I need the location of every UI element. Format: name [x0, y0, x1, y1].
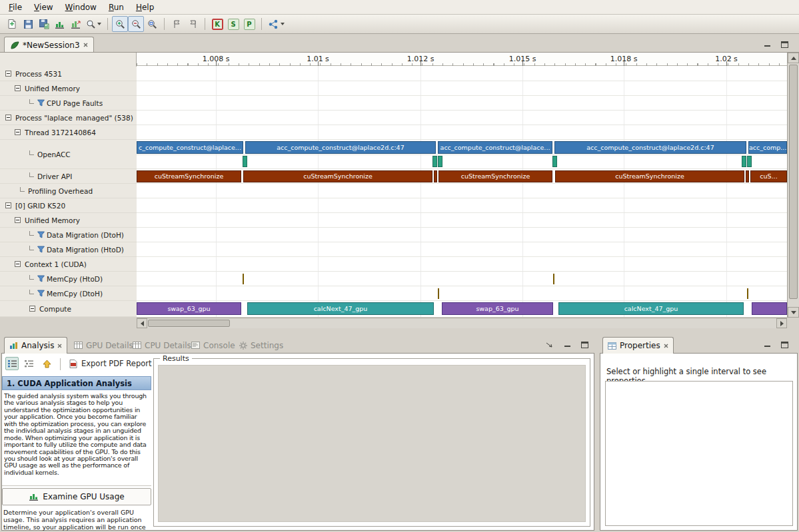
horizontal-scroll-thumb[interactable] [148, 320, 230, 327]
collapse-icon[interactable] [15, 261, 21, 267]
tab-settings[interactable]: Settings [235, 337, 288, 354]
tab-cpu-details[interactable]: CPU Details [128, 337, 196, 354]
filter-funnel-icon[interactable] [37, 246, 45, 253]
collapse-icon[interactable] [15, 217, 21, 223]
tree-row-unified-memory[interactable]: Unified Memory [0, 81, 137, 96]
save-session-icon[interactable] [20, 16, 36, 32]
openacc-interval-bar[interactable]: acc_compute_construct@laplace... [438, 141, 552, 154]
menu-window[interactable]: Window [59, 1, 103, 13]
zoom-in-icon[interactable] [112, 16, 128, 32]
export-pdf-button[interactable]: Export PDF Report [65, 358, 155, 370]
guided-view-toggle[interactable] [5, 357, 19, 370]
view-menu-icon[interactable] [543, 340, 555, 350]
scroll-down-button[interactable] [788, 307, 799, 318]
unguided-view-toggle[interactable] [22, 357, 35, 370]
tree-row-data-migration-dtoh[interactable]: Data Migration (DtoH) [0, 228, 137, 242]
openacc-interval-bar[interactable]: acc_compute_construct@laplace2d.c:47 [554, 141, 746, 154]
tree-row-process-laplace[interactable]: Process "laplace_managed" (538) [0, 111, 137, 125]
filter-funnel-icon[interactable] [37, 290, 45, 297]
openacc-interval-bar[interactable]: c_compute_construct@laplace... [137, 141, 243, 154]
tree-row-data-migration-htod[interactable]: Data Migration (HtoD) [0, 242, 137, 257]
collapse-icon[interactable] [29, 306, 35, 312]
menu-file[interactable]: File [3, 1, 28, 13]
tab-console[interactable]: Console [187, 337, 240, 354]
zoom-out-icon[interactable] [128, 16, 144, 32]
openacc-marker[interactable] [438, 156, 442, 167]
kernel-interval-bar[interactable]: swap_63_gpu [442, 302, 553, 315]
kernel-toggle[interactable]: K [209, 16, 225, 32]
driver-interval-bar[interactable]: cuStreamSynchronize [555, 170, 744, 182]
profile-chart-icon[interactable] [52, 16, 68, 32]
pc-sampling-toggle[interactable]: P [241, 16, 257, 32]
close-icon[interactable] [57, 344, 62, 348]
tree-row-unified-memory-gpu[interactable]: Unified Memory [0, 213, 137, 228]
minimize-button[interactable] [562, 340, 574, 350]
tree-row-driver-api[interactable]: Driver API [0, 169, 137, 184]
close-icon[interactable] [664, 344, 668, 348]
collapse-icon[interactable] [5, 115, 11, 121]
driver-interval-bar[interactable] [434, 170, 437, 182]
driver-interval-bar[interactable]: cuStreamSynchronize [137, 170, 241, 182]
openacc-interval-bar[interactable]: acc_compute_construct@laplace2d.c:47 [245, 141, 436, 154]
tab-analysis[interactable]: Analysis [4, 337, 67, 354]
driver-interval-bar[interactable]: cuStreamSynchronize [243, 170, 432, 182]
close-icon[interactable] [83, 43, 88, 47]
tree-row-profiling-overhead[interactable]: Profiling Overhead [0, 184, 137, 198]
menu-view[interactable]: View [28, 1, 59, 13]
memcpy-htod-tick[interactable] [553, 274, 554, 284]
driver-interval-bar[interactable]: cuS... [750, 170, 787, 182]
kernel-interval-bar[interactable]: swap_63_gpu [137, 302, 241, 315]
driver-interval-bar[interactable]: cuStreamSynchronize [438, 170, 552, 182]
vertical-scrollbar[interactable] [787, 53, 799, 318]
collapse-icon[interactable] [5, 202, 11, 208]
maximize-button[interactable] [778, 39, 790, 49]
tree-row-cpu-page-faults[interactable]: CPU Page Faults [0, 96, 137, 111]
new-session-icon[interactable] [4, 16, 20, 32]
tree-row-context-cuda[interactable]: Context 1 (CUDA) [0, 257, 137, 272]
scroll-left-button[interactable] [137, 318, 147, 328]
filter-funnel-icon[interactable] [37, 99, 45, 107]
tree-row-grid-k520[interactable]: [0] GRID K520 [0, 198, 137, 213]
source-toggle[interactable]: S [225, 16, 241, 32]
maximize-button[interactable] [778, 340, 790, 350]
menu-help[interactable]: Help [130, 1, 160, 13]
scroll-right-button[interactable] [776, 318, 787, 328]
tree-row-compute[interactable]: Compute [0, 301, 137, 317]
guided-analysis-icon[interactable] [266, 16, 287, 32]
tab-properties[interactable]: Properties [602, 337, 674, 354]
timeline-canvas[interactable] [137, 66, 787, 317]
openacc-marker[interactable] [552, 156, 557, 167]
tree-row-process-4531[interactable]: Process 4531 [0, 67, 137, 81]
driver-interval-bar[interactable] [746, 170, 749, 182]
minimize-button[interactable] [762, 340, 774, 350]
horizontal-scrollbar[interactable] [137, 318, 787, 328]
save-all-icon[interactable] [36, 16, 52, 32]
session-tab[interactable]: *NewSession3 [4, 37, 94, 53]
collapse-icon[interactable] [15, 129, 21, 135]
tree-row-memcpy-htod[interactable]: MemCpy (HtoD) [0, 272, 137, 286]
scroll-up-button[interactable] [788, 53, 799, 63]
openacc-marker[interactable] [747, 156, 752, 167]
menu-run[interactable]: Run [103, 1, 130, 13]
collapse-icon[interactable] [5, 71, 11, 77]
examine-gpu-button[interactable]: Examine GPU Usage [2, 488, 151, 505]
filter-funnel-icon[interactable] [37, 231, 45, 238]
marker-next-icon[interactable] [185, 16, 201, 32]
timeline-report-icon[interactable] [68, 16, 84, 32]
promote-arrow-icon[interactable] [40, 357, 53, 370]
tree-row-openacc[interactable]: OpenACC [0, 140, 137, 169]
marker-prev-icon[interactable] [169, 16, 185, 32]
search-menu-icon[interactable] [84, 16, 103, 32]
openacc-marker[interactable] [432, 156, 437, 167]
memcpy-dtoh-tick[interactable] [438, 288, 439, 299]
kernel-interval-bar[interactable] [752, 302, 787, 315]
openacc-marker[interactable] [742, 156, 746, 167]
kernel-interval-bar[interactable]: calcNext_47_gpu [247, 302, 434, 315]
collapse-icon[interactable] [15, 85, 21, 91]
zoom-fit-icon[interactable] [144, 16, 160, 32]
tree-row-thread[interactable]: Thread 3172140864 [0, 125, 137, 140]
memcpy-htod-tick[interactable] [243, 274, 244, 284]
memcpy-dtoh-tick[interactable] [747, 288, 748, 299]
kernel-interval-bar[interactable]: calcNext_47_gpu [558, 302, 744, 315]
openacc-interval-bar[interactable]: acc_comp... [748, 141, 787, 154]
